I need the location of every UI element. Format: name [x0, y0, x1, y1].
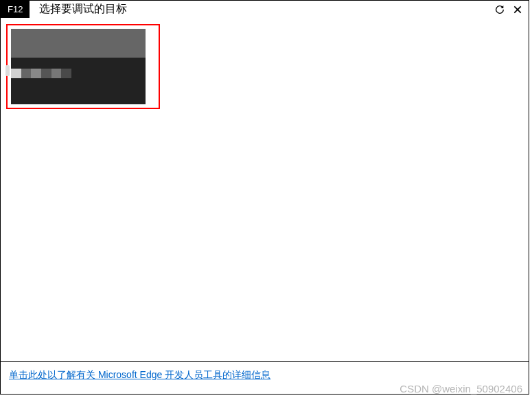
titlebar-actions [493, 3, 529, 16]
window-title: 选择要调试的目标 [39, 2, 127, 16]
tile-edge-handle [5, 65, 10, 76]
close-icon [512, 4, 523, 15]
refresh-icon [494, 4, 505, 15]
f12-badge: F12 [1, 1, 30, 18]
targets-area [1, 19, 529, 361]
f12-target-chooser-window: F12 选择要调试的目标 [0, 0, 529, 395]
target-thumbnail [11, 29, 146, 104]
footer: 单击此处以了解有关 Microsoft Edge 开发人员工具的详细信息 [1, 361, 529, 394]
close-button[interactable] [511, 3, 524, 16]
debug-target-tile[interactable] [6, 24, 160, 109]
devtools-info-link[interactable]: 单击此处以了解有关 Microsoft Edge 开发人员工具的详细信息 [9, 369, 270, 380]
titlebar: F12 选择要调试的目标 [1, 1, 529, 19]
refresh-button[interactable] [493, 3, 507, 16]
